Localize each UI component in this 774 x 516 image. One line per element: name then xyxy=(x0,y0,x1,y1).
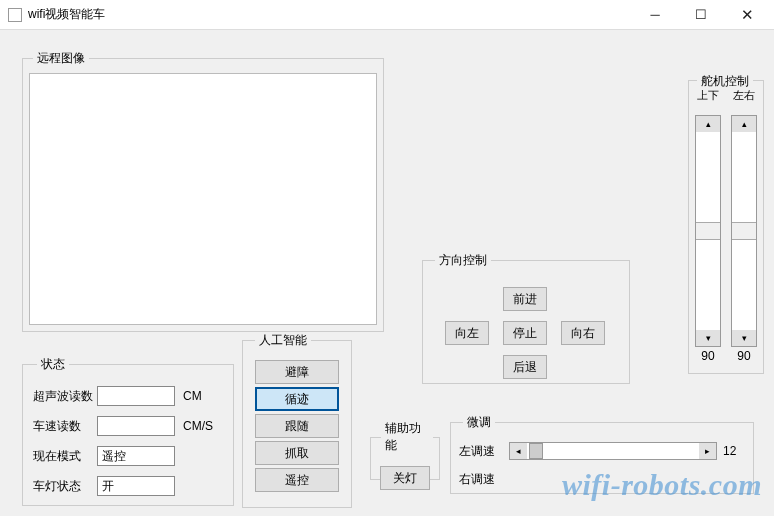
aux-group: 辅助功能 关灯 xyxy=(370,420,440,480)
back-button[interactable]: 后退 xyxy=(503,355,547,379)
servo-col-horizontal: 左右 ▴ ▾ 90 xyxy=(729,89,759,365)
servo-vertical-thumb[interactable] xyxy=(696,222,720,240)
speed-unit: CM/S xyxy=(183,419,213,433)
light-input[interactable] xyxy=(97,476,175,496)
status-row-light: 车灯状态 xyxy=(33,471,223,501)
servo-vertical-scroll[interactable]: ▴ ▾ xyxy=(695,115,721,347)
finetune-group: 微调 左调速 ◂ ▸ 12 右调速 ◂ ▸ xyxy=(450,414,754,494)
servo-legend: 舵机控制 xyxy=(697,73,753,90)
arrow-up-icon[interactable]: ▴ xyxy=(696,116,720,132)
app-icon xyxy=(8,8,22,22)
status-group: 状态 超声波读数 CM 车速读数 CM/S 现在模式 车灯状态 xyxy=(22,356,234,506)
minimize-button[interactable]: ─ xyxy=(632,0,678,30)
client-area: 远程图像 状态 超声波读数 CM 车速读数 CM/S 现在模式 车灯状态 人工智… xyxy=(0,30,774,516)
finetune-legend: 微调 xyxy=(463,414,495,431)
mode-label: 现在模式 xyxy=(33,448,97,465)
servo-group: 舵机控制 上下 ▴ ▾ 90 左右 ▴ xyxy=(688,80,764,374)
finetune-left-label: 左调速 xyxy=(459,443,503,460)
ai-legend: 人工智能 xyxy=(255,332,311,349)
trace-button[interactable]: 循迹 xyxy=(255,387,339,411)
light-label: 车灯状态 xyxy=(33,478,97,495)
ultrasonic-label: 超声波读数 xyxy=(33,388,97,405)
finetune-right-row: 右调速 ◂ ▸ xyxy=(459,465,745,493)
finetune-left-row: 左调速 ◂ ▸ 12 xyxy=(459,437,745,465)
window-title: wifi视频智能车 xyxy=(28,6,632,23)
right-button[interactable]: 向右 xyxy=(561,321,605,345)
forward-button[interactable]: 前进 xyxy=(503,287,547,311)
video-group: 远程图像 xyxy=(22,50,384,332)
servo-horizontal-thumb[interactable] xyxy=(732,222,756,240)
speed-input[interactable] xyxy=(97,416,175,436)
servo-horizontal-value: 90 xyxy=(737,347,750,365)
finetune-left-thumb[interactable] xyxy=(529,443,543,459)
direction-legend: 方向控制 xyxy=(435,252,491,269)
arrow-left-icon[interactable]: ◂ xyxy=(510,443,527,459)
arrow-down-icon[interactable]: ▾ xyxy=(732,330,756,346)
video-legend: 远程图像 xyxy=(33,50,89,67)
mode-input[interactable] xyxy=(97,446,175,466)
titlebar: wifi视频智能车 ─ ☐ ✕ xyxy=(0,0,774,30)
arrow-right-icon[interactable]: ▸ xyxy=(699,443,716,459)
remote-button[interactable]: 遥控 xyxy=(255,468,339,492)
video-canvas xyxy=(29,73,377,325)
ultrasonic-unit: CM xyxy=(183,389,202,403)
servo-vertical-value: 90 xyxy=(701,347,714,365)
status-row-mode: 现在模式 xyxy=(33,441,223,471)
servo-vertical-label: 上下 xyxy=(697,89,719,115)
finetune-right-label: 右调速 xyxy=(459,471,503,488)
servo-horizontal-label: 左右 xyxy=(733,89,755,115)
aux-legend: 辅助功能 xyxy=(381,420,433,454)
follow-button[interactable]: 跟随 xyxy=(255,414,339,438)
finetune-left-value: 12 xyxy=(723,444,745,458)
arrow-down-icon[interactable]: ▾ xyxy=(696,330,720,346)
grab-button[interactable]: 抓取 xyxy=(255,441,339,465)
servo-vertical-track[interactable] xyxy=(696,132,720,330)
servo-col-vertical: 上下 ▴ ▾ 90 xyxy=(693,89,723,365)
stop-button[interactable]: 停止 xyxy=(503,321,547,345)
finetune-left-scroll[interactable]: ◂ ▸ xyxy=(509,442,717,460)
maximize-button[interactable]: ☐ xyxy=(678,0,724,30)
status-row-speed: 车速读数 CM/S xyxy=(33,411,223,441)
left-button[interactable]: 向左 xyxy=(445,321,489,345)
close-button[interactable]: ✕ xyxy=(724,0,770,30)
speed-label: 车速读数 xyxy=(33,418,97,435)
ai-group: 人工智能 避障 循迹 跟随 抓取 遥控 xyxy=(242,332,352,508)
finetune-left-track[interactable] xyxy=(527,443,699,459)
arrow-up-icon[interactable]: ▴ xyxy=(732,116,756,132)
ultrasonic-input[interactable] xyxy=(97,386,175,406)
servo-horizontal-scroll[interactable]: ▴ ▾ xyxy=(731,115,757,347)
status-row-ultrasonic: 超声波读数 CM xyxy=(33,381,223,411)
avoid-button[interactable]: 避障 xyxy=(255,360,339,384)
status-legend: 状态 xyxy=(37,356,69,373)
direction-group: 方向控制 前进 向左 停止 向右 后退 xyxy=(422,252,630,384)
servo-horizontal-track[interactable] xyxy=(732,132,756,330)
light-off-button[interactable]: 关灯 xyxy=(380,466,430,490)
